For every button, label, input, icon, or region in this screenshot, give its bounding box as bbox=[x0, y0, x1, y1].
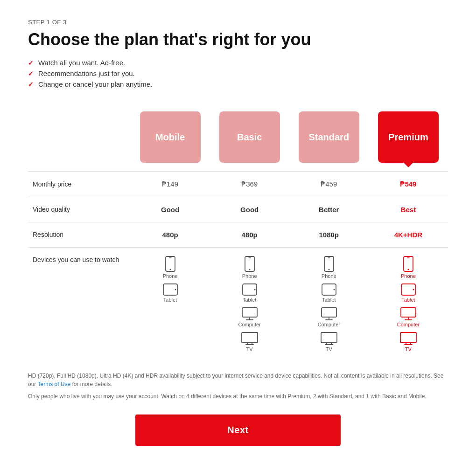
benefit-item: ✓ Watch all you want. Ad-free. bbox=[28, 59, 448, 67]
devices-standard: Phone Tablet Computer TV bbox=[289, 248, 369, 361]
device-tv: TV bbox=[241, 332, 258, 352]
svg-point-16 bbox=[333, 289, 335, 290]
devices-basic: Phone Tablet Computer TV bbox=[210, 248, 289, 361]
row-video-quality: Video quality Good Good Better Best bbox=[28, 197, 448, 222]
device-computer: Computer bbox=[318, 307, 340, 327]
svg-point-23 bbox=[413, 289, 414, 290]
devices-label: Devices you can use to watch bbox=[28, 248, 131, 361]
res-mobile: 480p bbox=[131, 222, 210, 248]
device-tablet: Tablet bbox=[242, 283, 257, 303]
plan-header-mobile[interactable]: Mobile bbox=[131, 103, 210, 172]
svg-point-21 bbox=[407, 269, 409, 270]
vq-mobile: Good bbox=[131, 197, 210, 222]
plan-header-premium[interactable]: Premium bbox=[369, 103, 448, 172]
svg-rect-25 bbox=[400, 332, 416, 343]
device-tablet-premium: Tablet bbox=[401, 283, 416, 303]
svg-rect-24 bbox=[401, 308, 416, 317]
plan-card-mobile[interactable]: Mobile bbox=[140, 111, 201, 163]
price-standard: ₱459 bbox=[289, 172, 369, 197]
next-button-wrapper: Next bbox=[28, 414, 448, 446]
svg-rect-17 bbox=[322, 308, 336, 317]
check-icon: ✓ bbox=[28, 81, 34, 88]
price-mobile: ₱149 bbox=[131, 172, 210, 197]
device-computer: Computer bbox=[238, 307, 261, 327]
plan-header-standard[interactable]: Standard bbox=[289, 103, 369, 172]
plan-card-premium[interactable]: Premium bbox=[378, 111, 439, 163]
svg-point-4 bbox=[175, 289, 176, 290]
vq-basic: Good bbox=[210, 197, 289, 222]
video-quality-label: Video quality bbox=[28, 197, 131, 222]
plan-header-basic[interactable]: Basic bbox=[210, 103, 289, 172]
res-standard: 1080p bbox=[289, 222, 369, 248]
price-basic: ₱369 bbox=[210, 172, 289, 197]
step-label: STEP 1 OF 3 bbox=[28, 19, 448, 26]
vq-standard: Better bbox=[289, 197, 369, 222]
benefits-list: ✓ Watch all you want. Ad-free. ✓ Recomme… bbox=[28, 59, 448, 88]
row-devices: Devices you can use to watch Phone Table… bbox=[28, 248, 448, 361]
svg-point-9 bbox=[254, 289, 255, 290]
plan-card-basic[interactable]: Basic bbox=[219, 111, 280, 163]
device-phone: Phone bbox=[242, 256, 257, 279]
plan-card-standard[interactable]: Standard bbox=[299, 111, 359, 163]
empty-header bbox=[28, 103, 131, 172]
device-phone-premium: Phone bbox=[401, 256, 416, 279]
plan-table: Mobile Basic Standard Premium M bbox=[28, 103, 448, 360]
device-tv-premium: TV bbox=[400, 332, 417, 352]
device-phone: Phone bbox=[322, 256, 336, 279]
page-title: Choose the plan that's right for you bbox=[28, 29, 448, 49]
footer-notes: HD (720p), Full HD (1080p), Ultra HD (4K… bbox=[28, 372, 448, 401]
row-monthly-price: Monthly price ₱149 ₱369 ₱459 ₱549 bbox=[28, 172, 448, 197]
svg-rect-18 bbox=[321, 332, 337, 343]
benefit-item: ✓ Recommendations just for you. bbox=[28, 69, 448, 77]
vq-premium: Best bbox=[369, 197, 448, 222]
price-premium: ₱549 bbox=[369, 172, 448, 197]
benefit-item: ✓ Change or cancel your plan anytime. bbox=[28, 80, 448, 88]
device-tablet: Tablet bbox=[163, 283, 178, 303]
svg-rect-10 bbox=[242, 308, 257, 317]
devices-premium: Phone Tablet Computer TV bbox=[369, 248, 448, 361]
next-button[interactable]: Next bbox=[135, 414, 341, 446]
res-premium: 4K+HDR bbox=[369, 222, 448, 248]
device-phone: Phone bbox=[163, 256, 178, 279]
devices-mobile: Phone Tablet bbox=[131, 248, 210, 361]
device-tablet: Tablet bbox=[322, 283, 336, 303]
res-basic: 480p bbox=[210, 222, 289, 248]
monthly-price-label: Monthly price bbox=[28, 172, 131, 197]
check-icon: ✓ bbox=[28, 70, 34, 77]
svg-point-14 bbox=[328, 269, 329, 270]
svg-rect-11 bbox=[242, 332, 258, 343]
device-computer-premium: Computer bbox=[397, 307, 420, 327]
check-icon: ✓ bbox=[28, 59, 34, 67]
svg-point-2 bbox=[169, 269, 171, 270]
svg-point-7 bbox=[249, 269, 250, 270]
terms-link[interactable]: Terms of Use bbox=[37, 381, 70, 387]
device-tv: TV bbox=[321, 332, 337, 352]
row-resolution: Resolution 480p 480p 1080p 4K+HDR bbox=[28, 222, 448, 248]
resolution-label: Resolution bbox=[28, 222, 131, 248]
